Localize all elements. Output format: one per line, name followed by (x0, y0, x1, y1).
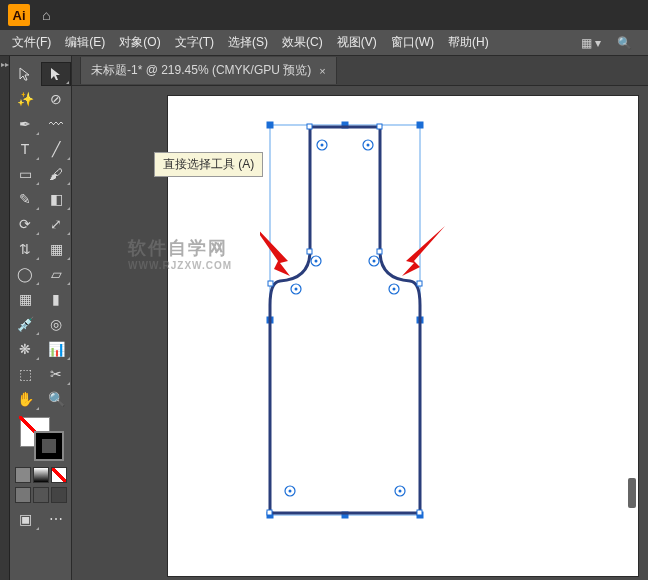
zoom-tool[interactable]: 🔍 (41, 387, 71, 411)
vertical-scrollbar[interactable] (628, 478, 636, 508)
annotation-arrow-right (402, 226, 445, 276)
artboard[interactable]: 直接选择工具 (A) 软件自学网 WWW.RJZXW.COM (168, 96, 638, 576)
svg-rect-28 (377, 249, 382, 254)
fill-stroke-swatches[interactable] (16, 417, 66, 463)
svg-rect-0 (270, 125, 420, 515)
svg-point-18 (295, 288, 298, 291)
edit-toolbar[interactable]: ⋯ (41, 507, 71, 531)
paintbrush-tool[interactable]: 🖌 (41, 162, 71, 186)
width-tool[interactable]: ⇅ (10, 237, 40, 261)
svg-point-24 (399, 490, 402, 493)
rotate-tool[interactable]: ⟳ (10, 212, 40, 236)
corner-widget[interactable] (369, 256, 379, 266)
corner-widget[interactable] (285, 486, 295, 496)
rectangle-tool[interactable]: ▭ (10, 162, 40, 186)
svg-rect-31 (267, 510, 272, 515)
close-tab-icon[interactable]: × (319, 65, 325, 77)
svg-point-14 (315, 260, 318, 263)
svg-rect-27 (307, 249, 312, 254)
perspective-grid-tool[interactable]: ▱ (41, 262, 71, 286)
scale-tool[interactable]: ⤢ (41, 212, 71, 236)
expand-icon[interactable]: ▸▸ (1, 60, 9, 69)
menu-select[interactable]: 选择(S) (224, 32, 272, 53)
svg-rect-3 (417, 122, 423, 128)
symbol-sprayer-tool[interactable]: ❋ (10, 337, 40, 361)
curvature-tool[interactable]: 〰 (41, 112, 71, 136)
workspace: ▸▸ ✨ ⊘ ✒ 〰 T ╱ ▭ 🖌 ✎ ◧ ⟳ ⤢ ⇅ ▦ ◯ ▱ ▦ ▮ 💉… (0, 56, 648, 580)
svg-point-10 (321, 144, 324, 147)
eyedropper-tool[interactable]: 💉 (10, 312, 40, 336)
svg-point-22 (289, 490, 292, 493)
column-graph-tool[interactable]: 📊 (41, 337, 71, 361)
lasso-tool[interactable]: ⊘ (41, 87, 71, 111)
shape-builder-tool[interactable]: ◯ (10, 262, 40, 286)
menu-effect[interactable]: 效果(C) (278, 32, 327, 53)
direct-selection-tool[interactable] (41, 62, 71, 86)
document-tab[interactable]: 未标题-1* @ 219.45% (CMYK/GPU 预览) × (80, 57, 337, 84)
annotation-arrow-left (260, 221, 290, 276)
menu-help[interactable]: 帮助(H) (444, 32, 493, 53)
svg-point-16 (373, 260, 376, 263)
hand-tool[interactable]: ✋ (10, 387, 40, 411)
shaper-tool[interactable]: ✎ (10, 187, 40, 211)
panel-collapse-rail[interactable]: ▸▸ (0, 56, 10, 580)
eraser-tool[interactable]: ◧ (41, 187, 71, 211)
draw-normal[interactable] (15, 487, 31, 503)
slice-tool[interactable]: ✂ (41, 362, 71, 386)
color-mode-gradient[interactable] (33, 467, 49, 483)
svg-point-12 (367, 144, 370, 147)
mesh-tool[interactable]: ▦ (10, 287, 40, 311)
gradient-tool[interactable]: ▮ (41, 287, 71, 311)
menu-view[interactable]: 视图(V) (333, 32, 381, 53)
artboard-tool[interactable]: ⬚ (10, 362, 40, 386)
corner-widget[interactable] (389, 284, 399, 294)
corner-widget[interactable] (363, 140, 373, 150)
line-segment-tool[interactable]: ╱ (41, 137, 71, 161)
document-tab-title: 未标题-1* @ 219.45% (CMYK/GPU 预览) (91, 62, 311, 79)
draw-behind[interactable] (33, 487, 49, 503)
corner-widget[interactable] (395, 486, 405, 496)
app-logo: Ai (8, 4, 30, 26)
search-icon[interactable]: 🔍 (613, 34, 636, 52)
svg-rect-30 (417, 281, 422, 286)
svg-rect-1 (267, 122, 273, 128)
menu-file[interactable]: 文件(F) (8, 32, 55, 53)
corner-widget[interactable] (291, 284, 301, 294)
draw-mode-row (15, 487, 67, 503)
svg-rect-26 (377, 124, 382, 129)
corner-widget[interactable] (311, 256, 321, 266)
watermark: 软件自学网 WWW.RJZXW.COM (128, 236, 232, 271)
free-transform-tool[interactable]: ▦ (41, 237, 71, 261)
svg-point-20 (393, 288, 396, 291)
magic-wand-tool[interactable]: ✨ (10, 87, 40, 111)
workspace-switcher-icon[interactable]: ▦ ▾ (577, 34, 605, 52)
selection-tool[interactable] (10, 62, 40, 86)
toolbox: ✨ ⊘ ✒ 〰 T ╱ ▭ 🖌 ✎ ◧ ⟳ ⤢ ⇅ ▦ ◯ ▱ ▦ ▮ 💉 ◎ … (10, 56, 72, 580)
menu-edit[interactable]: 编辑(E) (61, 32, 109, 53)
stroke-color-swatch[interactable] (34, 431, 64, 461)
type-tool[interactable]: T (10, 137, 40, 161)
color-mode-row (15, 467, 67, 483)
menu-object[interactable]: 对象(O) (115, 32, 164, 53)
blend-tool[interactable]: ◎ (41, 312, 71, 336)
svg-rect-29 (268, 281, 273, 286)
menu-bar: 文件(F) 编辑(E) 对象(O) 文字(T) 选择(S) 效果(C) 视图(V… (0, 30, 648, 56)
document-area: 未标题-1* @ 219.45% (CMYK/GPU 预览) × 直接选择工具 … (72, 56, 648, 580)
svg-rect-25 (307, 124, 312, 129)
tool-tooltip: 直接选择工具 (A) (154, 152, 263, 177)
draw-inside[interactable] (51, 487, 67, 503)
menu-window[interactable]: 窗口(W) (387, 32, 438, 53)
svg-rect-32 (417, 510, 422, 515)
corner-widget[interactable] (317, 140, 327, 150)
document-tab-bar: 未标题-1* @ 219.45% (CMYK/GPU 预览) × (72, 56, 648, 86)
color-mode-solid[interactable] (15, 467, 31, 483)
home-icon[interactable]: ⌂ (42, 7, 50, 23)
menu-type[interactable]: 文字(T) (171, 32, 218, 53)
canvas[interactable]: 直接选择工具 (A) 软件自学网 WWW.RJZXW.COM (72, 86, 648, 580)
color-mode-none[interactable] (51, 467, 67, 483)
bottle-shape[interactable] (260, 121, 520, 541)
title-bar: Ai ⌂ (0, 0, 648, 30)
pen-tool[interactable]: ✒ (10, 112, 40, 136)
screen-mode-tool[interactable]: ▣ (10, 507, 40, 531)
